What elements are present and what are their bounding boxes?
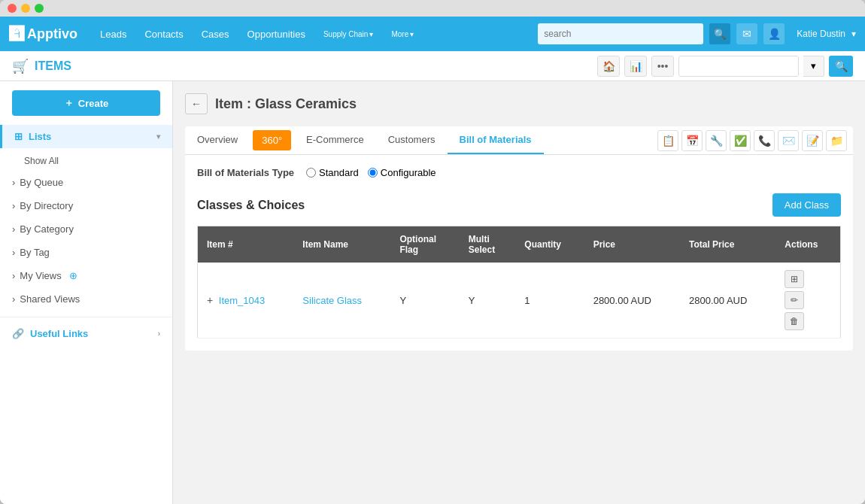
by-category-label: By Category (20, 223, 74, 235)
user-area: Katie Dustin ▾ (797, 29, 856, 39)
expand-button[interactable]: + (207, 294, 213, 306)
radio-configurable-label: Configurable (381, 167, 436, 178)
radio-configurable[interactable]: Configurable (368, 167, 436, 178)
by-tag-label: By Tag (20, 247, 50, 258)
sidebar-my-views[interactable]: › My Views ⊕ (0, 264, 172, 287)
item-num-link[interactable]: Item_1043 (219, 295, 265, 306)
nav-leads[interactable]: Leads (93, 26, 134, 43)
logo[interactable]: 🅰 Apptivo (9, 26, 77, 43)
tab-icon-note[interactable]: 📝 (802, 130, 823, 151)
tab-icon-calendar[interactable]: 📅 (681, 130, 703, 151)
mail-icon-btn[interactable]: ✉ (736, 23, 757, 44)
col-actions: Actions (775, 226, 840, 263)
delete-action-btn[interactable]: 🗑 (785, 312, 804, 330)
bom-table: Item # Item Name OptionalFlag MultiSelec… (197, 226, 841, 339)
bom-type-label: Bill of Materials Type (197, 167, 294, 178)
radio-standard-label: Standard (319, 167, 359, 178)
add-class-button[interactable]: Add Class (772, 193, 841, 217)
nav-supply-chain[interactable]: Supply Chain ▾ (316, 27, 381, 41)
my-views-label: My Views (20, 270, 61, 281)
cell-actions: ⊞ ✏ 🗑 (775, 263, 840, 339)
sub-search-button[interactable]: 🔍 (829, 56, 853, 77)
col-price: Price (584, 226, 680, 263)
content-area: ← Item : Glass Ceramics Overview 360° E-… (173, 81, 865, 504)
tab-icon-wrench[interactable]: 🔧 (706, 130, 727, 151)
nav-opportunities[interactable]: Opportunities (240, 26, 313, 43)
cell-total-price: 2800.00 AUD (680, 263, 775, 339)
search-button[interactable]: 🔍 (709, 23, 730, 44)
nav-cases[interactable]: Cases (194, 26, 237, 43)
by-directory-label: By Directory (20, 200, 73, 211)
cell-item-name: Silicate Glass (293, 263, 390, 339)
table-header-row: Item # Item Name OptionalFlag MultiSelec… (198, 226, 841, 263)
tab-icon-folder[interactable]: 📁 (826, 130, 847, 151)
sidebar-show-all[interactable]: Show All (0, 151, 172, 171)
user-chevron: ▾ (851, 29, 856, 39)
chart-icon-btn[interactable]: 📊 (624, 56, 647, 77)
nav-more[interactable]: More ▾ (384, 27, 421, 41)
main-layout: ＋ Create ⊞ Lists ▾ Show All › By Queue (0, 81, 865, 504)
sidebar-by-directory[interactable]: › By Directory (0, 194, 172, 217)
sub-search-dropdown[interactable]: ▾ (803, 56, 824, 77)
create-button[interactable]: ＋ Create (12, 90, 160, 116)
sub-search-input[interactable] (678, 56, 799, 77)
more-icon-btn[interactable]: ••• (651, 56, 674, 77)
create-plus-icon: ＋ (64, 96, 74, 110)
tab-overview[interactable]: Overview (185, 126, 250, 154)
useful-links-chevron: › (158, 329, 160, 338)
col-quantity: Quantity (515, 226, 584, 263)
tab-bom[interactable]: Bill of Materials (448, 126, 544, 154)
tab-icon-group: 📋 📅 🔧 ✅ 📞 ✉️ 📝 📁 (651, 127, 853, 154)
item-name-link[interactable]: Silicate Glass (302, 295, 362, 306)
title-bar (0, 0, 865, 17)
minimize-btn[interactable] (21, 4, 30, 13)
sidebar-lists[interactable]: ⊞ Lists ▾ (2, 125, 172, 148)
tab-360[interactable]: 360° (253, 130, 291, 150)
person-icon-btn[interactable]: 👤 (763, 23, 785, 44)
radio-standard-input[interactable] (306, 168, 316, 178)
back-button[interactable]: ← (185, 93, 208, 114)
sidebar-by-tag[interactable]: › By Tag (0, 241, 172, 264)
bom-type-row: Bill of Materials Type Standard Configur… (197, 167, 841, 178)
cell-multi-select: Y (460, 263, 516, 339)
by-directory-chevron: › (12, 200, 15, 211)
cell-quantity: 1 (515, 263, 584, 339)
sidebar-sub-menu: Show All › By Queue › By Directory › By … (0, 148, 172, 314)
sidebar-shared-views[interactable]: › Shared Views (0, 287, 172, 311)
radio-standard[interactable]: Standard (306, 167, 359, 178)
navbar: 🅰 Apptivo Leads Contacts Cases Opportuni… (0, 17, 865, 51)
close-btn[interactable] (8, 4, 17, 13)
sidebar-by-category[interactable]: › By Category (0, 217, 172, 241)
sidebar-by-queue[interactable]: › By Queue (0, 171, 172, 194)
lists-section: ⊞ Lists ▾ (0, 125, 172, 148)
tab-icon-phone[interactable]: 📞 (754, 130, 775, 151)
tab-icon-mail[interactable]: ✉️ (778, 130, 799, 151)
tab-icon-check[interactable]: ✅ (730, 130, 751, 151)
tabs-container: Overview 360° E-Commerce Customers Bill … (185, 126, 853, 155)
my-views-add-icon[interactable]: ⊕ (69, 270, 77, 281)
nav-contacts[interactable]: Contacts (137, 26, 190, 43)
home-icon-btn[interactable]: 🏠 (597, 56, 620, 77)
sidebar-useful-links[interactable]: 🔗 Useful Links › (0, 320, 172, 347)
edit-action-btn[interactable]: ✏ (785, 291, 804, 309)
radio-configurable-input[interactable] (368, 168, 378, 178)
tab-customers[interactable]: Customers (376, 126, 448, 154)
by-tag-chevron: › (12, 247, 15, 258)
maximize-btn[interactable] (35, 4, 44, 13)
my-views-chevron: › (12, 270, 15, 281)
col-item-name: Item Name (293, 226, 390, 263)
grid-action-btn[interactable]: ⊞ (785, 270, 804, 288)
table-row: + Item_1043 Silicate Glass Y Y 1 2800.00… (198, 263, 841, 339)
search-input[interactable] (538, 23, 703, 44)
cell-item-num: + Item_1043 (198, 263, 294, 339)
logo-text: Apptivo (27, 26, 77, 42)
logo-icon: 🅰 (9, 26, 24, 43)
section-title: Classes & Choices (197, 199, 305, 212)
app-window: 🅰 Apptivo Leads Contacts Cases Opportuni… (0, 0, 865, 504)
by-queue-label: By Queue (20, 177, 63, 188)
radio-group: Standard Configurable (306, 167, 436, 178)
col-total-price: Total Price (680, 226, 775, 263)
create-label: Create (78, 98, 108, 109)
tab-ecommerce[interactable]: E-Commerce (294, 126, 376, 154)
tab-icon-list[interactable]: 📋 (657, 130, 678, 151)
